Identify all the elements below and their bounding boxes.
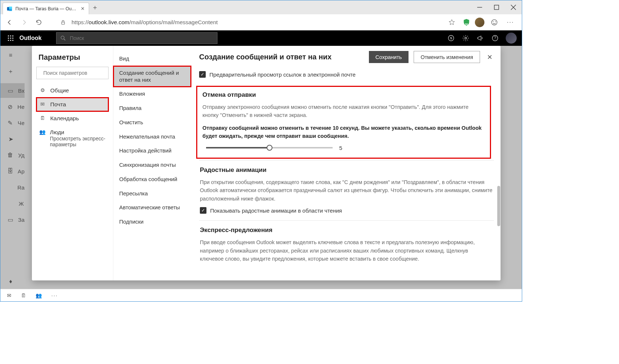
close-window-button[interactable] (505, 0, 522, 14)
rail-item[interactable]: ✎Че (0, 115, 25, 130)
quick-settings-link[interactable]: Просмотреть экспресс-параметры (50, 136, 106, 147)
module-more-icon[interactable]: ··· (51, 293, 58, 298)
profile-avatar[interactable] (475, 18, 484, 27)
back-button[interactable] (3, 16, 16, 29)
joy-title: Радостные анимации (200, 166, 493, 174)
undo-slider[interactable] (206, 147, 333, 148)
gear-icon: ⚙ (39, 87, 46, 93)
preview-links-checkbox[interactable]: ✓ (199, 71, 206, 78)
category-calendar[interactable]: 🗓 Календарь (36, 111, 109, 125)
sub-sync-mail[interactable]: Синхронизация почты (113, 158, 191, 172)
discard-button[interactable]: Отменить изменения (414, 51, 480, 63)
rail-compose[interactable]: ＋ (0, 64, 25, 79)
minimize-button[interactable] (471, 0, 488, 14)
search-input[interactable] (56, 32, 217, 44)
rail-item[interactable]: 🗄Ар (0, 164, 25, 179)
refresh-button[interactable] (33, 16, 45, 29)
rail-hamburger[interactable]: ≡ (0, 48, 25, 63)
rail-item[interactable]: ▭За (0, 212, 25, 227)
sub-auto-replies[interactable]: Автоматические ответы (113, 201, 191, 215)
sub-customize-actions[interactable]: Настройка действий (113, 144, 191, 158)
settings-title: Параметры (39, 53, 106, 62)
suggest-desc: При вводе сообщения Outlook может выделя… (200, 238, 493, 263)
rail-item[interactable]: Ж (0, 196, 25, 211)
svg-point-16 (10, 37, 11, 38)
category-mail[interactable]: ✉ Почта (36, 98, 109, 111)
settings-subcategories: Вид Создание сообщений и ответ на них Вл… (113, 46, 191, 280)
settings-categories: Параметры ⚙ Общие ✉ Почта 🗓 Календарь (32, 46, 113, 280)
app-launcher-icon[interactable] (4, 35, 17, 41)
svg-point-9 (492, 19, 497, 25)
titlebar: Почта — Taras Buria — Outlook ✕ ＋ (0, 0, 522, 14)
calendar-icon: 🗓 (39, 115, 46, 121)
search-field[interactable] (70, 35, 213, 41)
joy-desc: При открытии сообщения, содержащего таки… (200, 178, 493, 203)
sub-sweep[interactable]: Очистить (113, 115, 191, 130)
sub-compose-reply[interactable]: Создание сообщений и ответ на них (113, 66, 191, 87)
sub-layout[interactable]: Вид (113, 52, 191, 66)
module-mail-icon[interactable]: ✉ (7, 293, 11, 298)
feedback-icon[interactable] (488, 16, 501, 29)
module-people-icon[interactable]: 👥 (36, 293, 42, 298)
category-general[interactable]: ⚙ Общие (36, 84, 109, 98)
rail-item[interactable]: ➤ (0, 132, 25, 146)
brand-label: Outlook (19, 35, 41, 41)
lock-icon[interactable] (57, 16, 69, 29)
settings-search-field[interactable] (43, 70, 107, 76)
svg-point-25 (465, 37, 467, 39)
sub-attachments[interactable]: Вложения (113, 87, 191, 101)
pane-title: Создание сообщений и ответ на них (199, 53, 364, 61)
tab-title: Почта — Taras Buria — Outlook (15, 6, 77, 11)
rail-item[interactable]: 🗑Уд (0, 148, 25, 162)
svg-point-13 (10, 35, 11, 36)
rail-item-inbox[interactable]: ▭Вх (0, 83, 25, 98)
svg-point-19 (10, 40, 11, 41)
svg-text:S: S (450, 36, 452, 40)
save-button[interactable]: Сохранить (369, 51, 409, 63)
new-tab-button[interactable]: ＋ (89, 3, 101, 12)
joy-checkbox[interactable]: ✓ (200, 207, 206, 214)
svg-point-14 (12, 35, 13, 36)
sub-message-handling[interactable]: Обработка сообщений (113, 172, 191, 187)
rail-item[interactable]: Ra (0, 180, 25, 195)
svg-point-11 (495, 21, 496, 22)
browser-tab[interactable]: Почта — Taras Buria — Outlook ✕ (3, 3, 89, 14)
maximize-button[interactable] (488, 0, 505, 14)
sub-forwarding[interactable]: Пересылка (113, 187, 191, 201)
help-icon[interactable]: ? (491, 34, 499, 42)
undo-send-section: Отмена отправки Отправку электронного со… (196, 86, 491, 159)
favorite-icon[interactable] (446, 16, 458, 29)
url-field[interactable]: https://outlook.live.com/mail/options/ma… (72, 19, 443, 26)
sub-subscriptions[interactable]: Подписки (113, 215, 191, 229)
rail-premium[interactable]: ♦ (0, 274, 25, 289)
module-switcher: ✉ 🗓 👥 ··· (0, 289, 522, 301)
scrollbar[interactable] (497, 65, 501, 280)
svg-point-15 (8, 37, 9, 38)
security-badge-icon[interactable]: 55 (462, 18, 471, 27)
module-calendar-icon[interactable]: 🗓 (21, 293, 26, 298)
outlook-header: Outlook S ? (0, 30, 522, 46)
slider-thumb[interactable] (267, 145, 272, 151)
joyful-section: Радостные анимации При открытии сообщени… (199, 160, 494, 220)
settings-search[interactable] (36, 67, 109, 79)
svg-point-20 (12, 40, 13, 41)
url-host: outlook.live.com (89, 19, 129, 25)
scrollbar-thumb[interactable] (497, 186, 500, 226)
sub-junk[interactable]: Нежелательная почта (113, 130, 191, 144)
svg-rect-4 (494, 5, 499, 10)
svg-text:55: 55 (465, 23, 468, 26)
settings-gear-icon[interactable] (462, 34, 470, 42)
more-icon[interactable]: ··· (504, 16, 517, 29)
account-avatar[interactable] (506, 33, 517, 44)
megaphone-icon[interactable] (476, 34, 484, 42)
joy-checkbox-label: Показывать радостные анимации в области … (210, 207, 342, 214)
outlook-favicon (7, 6, 12, 12)
slider-fill (206, 147, 270, 148)
close-tab-icon[interactable]: ✕ (80, 6, 85, 11)
close-icon[interactable]: ✕ (485, 53, 494, 62)
rail-item[interactable]: ⊘Не (0, 99, 25, 114)
skype-icon[interactable]: S (447, 34, 455, 42)
category-people[interactable]: 👥 ЛюдиПросмотреть экспресс-параметры (36, 125, 109, 151)
url-prefix: https:// (72, 19, 89, 25)
sub-rules[interactable]: Правила (113, 101, 191, 115)
